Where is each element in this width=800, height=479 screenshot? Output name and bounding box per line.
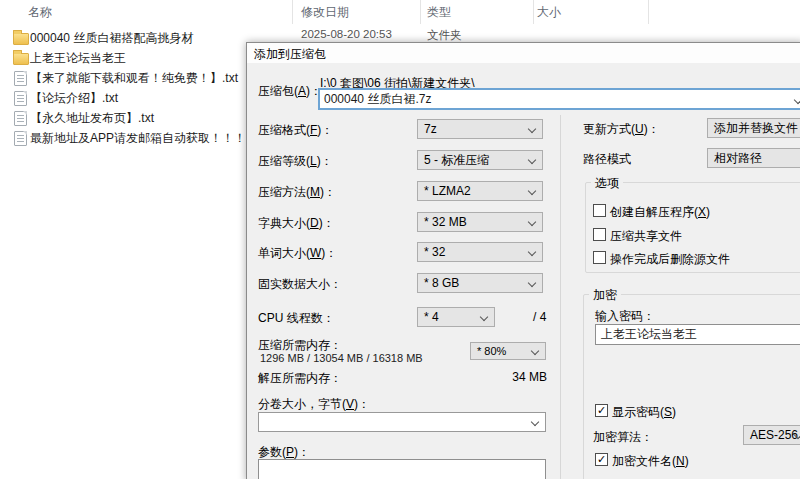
cpu-threads-max: / 4	[533, 310, 546, 324]
delete-after-checkbox-label[interactable]: 操作完成后删除源文件	[610, 251, 730, 268]
column-header-type[interactable]: 类型	[427, 4, 451, 21]
encryption-method-value: AES-256	[750, 428, 798, 442]
encryption-method-label: 加密算法：	[593, 429, 653, 446]
folder-icon	[13, 53, 29, 65]
list-item[interactable]: 上老王论坛当老王	[0, 48, 250, 68]
update-mode-select[interactable]: 添加并替换文件	[707, 118, 800, 138]
dictionary-size-select[interactable]: * 32 MB	[417, 212, 543, 232]
chevron-down-icon[interactable]	[531, 347, 539, 355]
chevron-down-icon[interactable]	[528, 279, 536, 287]
chevron-down-icon[interactable]	[531, 418, 539, 426]
column-separator	[420, 0, 421, 24]
compress-memory-detail: 1296 MB / 13054 MB / 16318 MB	[260, 352, 423, 364]
cpu-threads-select[interactable]: * 4	[417, 307, 495, 327]
show-password-checkbox-label[interactable]: 显示密码(S)	[612, 404, 676, 421]
password-label: 输入密码：	[595, 308, 655, 325]
delete-after-checkbox[interactable]	[593, 251, 606, 264]
parameters-input[interactable]	[258, 459, 546, 479]
dialog-titlebar[interactable]: 添加到压缩包	[247, 43, 800, 63]
dialog-title: 添加到压缩包	[254, 46, 326, 63]
dialog-body: 压缩包(A)： I:\0 套图\06 街拍\新建文件夹\ 000040 丝质白裙…	[247, 63, 800, 479]
shared-files-checkbox[interactable]	[593, 228, 606, 241]
chevron-down-icon[interactable]	[528, 248, 536, 256]
chevron-down-icon[interactable]	[528, 125, 536, 133]
word-size-value: * 32	[424, 245, 445, 259]
chevron-down-icon[interactable]	[794, 96, 800, 104]
method-label: 压缩方法(M)：	[258, 184, 336, 201]
password-input[interactable]: 上老王论坛当老王	[595, 324, 800, 345]
level-value: 5 - 标准压缩	[424, 153, 489, 167]
list-item[interactable]: 【来了就能下载和观看！纯免费！】.txt	[0, 68, 250, 88]
file-name: 【永久地址发布页】.txt	[30, 108, 154, 128]
column-separator	[648, 0, 649, 24]
options-group-title: 选项	[591, 175, 623, 192]
solid-block-size-label: 固实数据大小：	[258, 276, 342, 293]
file-name: 【论坛介绍】.txt	[30, 88, 118, 108]
encryption-method-select[interactable]: AES-256	[743, 425, 800, 445]
dictionary-size-value: * 32 MB	[424, 215, 467, 229]
format-value: 7z	[424, 122, 437, 136]
column-separator	[533, 0, 534, 24]
level-label: 压缩等级(L)：	[258, 153, 333, 170]
chevron-down-icon[interactable]	[528, 156, 536, 164]
update-mode-value: 添加并替换文件	[714, 121, 798, 135]
path-mode-value: 相对路径	[714, 151, 762, 165]
chevron-down-icon[interactable]	[528, 187, 536, 195]
text-file-icon	[14, 71, 27, 86]
solid-block-size-value: * 8 GB	[424, 276, 459, 290]
text-file-icon	[14, 91, 27, 106]
cpu-threads-label: CPU 线程数：	[258, 310, 335, 327]
column-header-size[interactable]: 大小	[537, 4, 561, 21]
column-header-name[interactable]: 名称	[28, 4, 52, 21]
method-select[interactable]: * LZMA2	[417, 181, 543, 201]
encrypt-filenames-checkbox-label[interactable]: 加密文件名(N)	[612, 453, 689, 470]
solid-block-size-select[interactable]: * 8 GB	[417, 273, 543, 293]
path-mode-label: 路径模式	[583, 151, 631, 168]
sfx-checkbox[interactable]	[593, 204, 606, 217]
list-item[interactable]: 【永久地址发布页】.txt	[0, 108, 250, 128]
shared-files-checkbox-label[interactable]: 压缩共享文件	[610, 228, 682, 245]
encryption-group-title: 加密	[589, 287, 621, 304]
decompress-memory-label: 解压所需内存：	[258, 370, 342, 387]
archive-name-input[interactable]: 000040 丝质白裙.7z	[318, 88, 800, 110]
sfx-checkbox-label[interactable]: 创建自解压程序(X)	[610, 204, 710, 221]
decompress-memory-value: 34 MB	[497, 370, 547, 384]
format-label: 压缩格式(F)：	[258, 122, 333, 139]
column-separator	[292, 0, 293, 24]
screen: 名称 修改日期 类型 大小 2025-08-20 20:53 文件夹 00004…	[0, 0, 800, 479]
dictionary-size-label: 字典大小(D)：	[258, 215, 335, 232]
show-password-checkbox[interactable]: ✓	[595, 404, 608, 417]
add-to-archive-dialog: 添加到压缩包 压缩包(A)： I:\0 套图\06 街拍\新建文件夹\ 0000…	[246, 42, 800, 479]
format-select[interactable]: 7z	[417, 119, 543, 139]
column-divider	[560, 115, 561, 479]
text-file-icon	[14, 111, 27, 126]
update-mode-label: 更新方式(U)：	[583, 121, 660, 138]
level-select[interactable]: 5 - 标准压缩	[417, 150, 543, 170]
chevron-down-icon[interactable]	[528, 218, 536, 226]
file-name: 000040 丝质白裙搭配高挑身材	[30, 28, 193, 48]
method-value: * LZMA2	[424, 184, 471, 198]
text-file-icon	[14, 131, 27, 146]
path-mode-select[interactable]: 相对路径	[707, 148, 800, 168]
list-item[interactable]: 【论坛介绍】.txt	[0, 88, 250, 108]
word-size-label: 单词大小(W)：	[258, 245, 337, 262]
chevron-down-icon[interactable]	[480, 313, 488, 321]
volume-size-input[interactable]	[258, 412, 546, 432]
list-item[interactable]: 最新地址及APP请发邮箱自动获取！！！.txt	[0, 128, 250, 148]
memory-usage-value: * 80%	[477, 345, 506, 357]
memory-usage-select[interactable]: * 80%	[470, 342, 546, 360]
archive-name-value: 000040 丝质白裙.7z	[324, 92, 431, 106]
archive-name-label: 压缩包(A)：	[258, 83, 322, 100]
file-date-modified: 2025-08-20 20:53	[301, 28, 392, 40]
column-header-date-modified[interactable]: 修改日期	[301, 4, 349, 21]
file-name: 上老王论坛当老王	[30, 48, 126, 68]
file-name: 最新地址及APP请发邮箱自动获取！！！.txt	[30, 128, 262, 148]
encrypt-filenames-checkbox[interactable]: ✓	[595, 453, 608, 466]
cpu-threads-value: * 4	[424, 310, 439, 324]
file-name: 【来了就能下载和观看！纯免费！】.txt	[30, 68, 238, 88]
list-item[interactable]: 000040 丝质白裙搭配高挑身材	[0, 28, 250, 48]
password-value: 上老王论坛当老王	[601, 327, 697, 341]
word-size-select[interactable]: * 32	[417, 242, 543, 262]
file-type: 文件夹	[427, 28, 462, 43]
volume-size-label: 分卷大小，字节(V)：	[258, 396, 370, 413]
